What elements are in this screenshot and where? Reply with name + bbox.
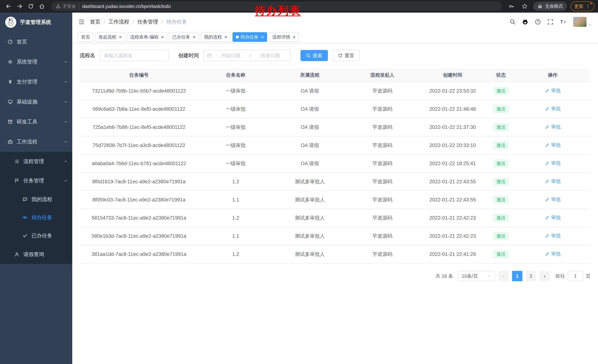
tab-start-process[interactable]: 发起流程 ×	[95, 32, 125, 42]
sidebar-item-leave-query[interactable]: 请假查询	[0, 245, 72, 264]
approve-link[interactable]: 审批	[545, 142, 561, 148]
cell-initiator: 芋道源码	[346, 118, 418, 136]
next-page-button[interactable]: ›	[540, 271, 550, 281]
cell-task-id: 381aa1dd-7ac8-11ec-a9e2-a2380e71991a	[80, 245, 198, 263]
close-icon[interactable]: ×	[261, 35, 264, 40]
page-size-select[interactable]: 10条/页	[458, 271, 495, 281]
tab-label: 首页	[81, 34, 90, 40]
sidebar-item-todo-tasks[interactable]: 待办任务	[0, 209, 72, 226]
sidebar-item-my-process[interactable]: 我的流程	[0, 190, 72, 209]
security-label: 不安全	[63, 3, 76, 9]
close-icon[interactable]: ×	[193, 35, 195, 40]
create-time-label: 创建时间	[178, 52, 199, 59]
sidebar-item-workflow[interactable]: 工作流程	[0, 132, 72, 152]
cell-process: 测试多审批人	[273, 173, 346, 191]
goto-page-input[interactable]	[568, 271, 583, 281]
cell-task-id: 73211d9d-7b9b-11ec-b5b7-acde48001122	[80, 82, 198, 100]
avatar[interactable]	[573, 17, 587, 27]
close-icon[interactable]: ×	[224, 35, 227, 40]
tab-done-tasks[interactable]: 已办任务 ×	[169, 32, 199, 42]
sidebar-item-label: 首页	[17, 38, 68, 45]
help-button[interactable]: ?	[535, 19, 541, 25]
font-size-button[interactable]: TT	[560, 19, 567, 25]
approve-link[interactable]: 审批	[545, 251, 561, 257]
fullscreen-icon	[547, 19, 554, 25]
todo-task-table: 任务编号 任务名称 所属流程 流程发起人 创建时间 状态 操作 73211d9d…	[80, 68, 590, 263]
github-button[interactable]	[522, 19, 528, 25]
cell-process: 测试多审批人	[273, 191, 346, 209]
cell-status: 激活	[487, 245, 515, 263]
sidebar-item-done-tasks[interactable]: 已办任务	[0, 226, 72, 245]
sidebar-item-task-management[interactable]: 任务管理	[0, 171, 72, 190]
sidebar-collapse-button[interactable]	[78, 18, 85, 25]
forward-button[interactable]	[15, 1, 25, 11]
password-key-button[interactable]	[507, 1, 516, 11]
tab-home[interactable]: 首页	[78, 32, 93, 42]
breadcrumb-home[interactable]: 首页	[90, 18, 100, 25]
approve-link[interactable]: 审批	[545, 196, 561, 203]
bookmark-star-button[interactable]	[520, 1, 530, 11]
chevron-down-icon	[64, 60, 68, 64]
edit-icon	[545, 252, 550, 256]
home-button[interactable]	[37, 1, 47, 11]
page-button-1[interactable]: 1	[512, 271, 523, 281]
process-name-input[interactable]	[100, 50, 169, 61]
logo-row: 芋道管理系统	[0, 13, 72, 32]
cell-created: 2022-01-22 18:25:41	[418, 154, 487, 173]
approve-link[interactable]: 审批	[545, 105, 561, 112]
approve-link[interactable]: 审批	[545, 87, 561, 94]
incognito-icon	[537, 4, 543, 9]
tab-todo-tasks[interactable]: 待办任务 ×	[233, 32, 267, 42]
tag-tabs-bar: 首页 发起流程 × 流程表单-编辑 × 已办任务 ×	[72, 31, 598, 43]
close-icon[interactable]: ×	[293, 35, 295, 40]
cell-status: 激活	[487, 82, 515, 100]
date-range-picker[interactable]: 开始日期 - 结束日期	[203, 50, 291, 61]
approve-link[interactable]: 审批	[545, 233, 561, 239]
breadcrumb: 首页 / 工作流程 / 任务管理 / 待办任务	[90, 18, 187, 25]
breadcrumb-separator: /	[133, 19, 134, 25]
edit-icon	[545, 234, 550, 238]
sidebar-item-system[interactable]: 系统管理	[0, 52, 72, 72]
security-indicator[interactable]: 不安全	[56, 3, 76, 9]
reset-button[interactable]: 重置	[332, 50, 360, 61]
cell-status: 激活	[487, 154, 515, 173]
tab-my-process[interactable]: 我的流程 ×	[201, 32, 231, 42]
calendar-icon	[207, 53, 212, 58]
approve-link[interactable]: 审批	[545, 124, 561, 130]
sidebar-item-devtools[interactable]: 研发工具	[0, 112, 72, 132]
approve-link[interactable]: 审批	[545, 214, 561, 221]
tab-process-form-edit[interactable]: 流程表单-编辑 ×	[127, 32, 167, 42]
approve-link[interactable]: 审批	[545, 178, 561, 185]
cell-status: 激活	[487, 227, 515, 245]
sidebar-item-home[interactable]: 首页	[0, 32, 72, 52]
approve-link[interactable]: 审批	[545, 160, 561, 166]
sidebar-item-process-management[interactable]: 流程管理	[0, 152, 72, 171]
annotation-text: 待办列表	[255, 3, 301, 18]
sidebar-item-pay[interactable]: ¥ 支付管理	[0, 72, 72, 92]
reload-button[interactable]	[26, 1, 36, 11]
breadcrumb-workflow[interactable]: 工作流程	[108, 18, 129, 25]
update-button[interactable]: 更新	[571, 1, 594, 11]
status-badge: 激活	[493, 178, 509, 186]
cell-action: 审批	[515, 173, 590, 191]
cell-initiator: 芋道源码	[346, 245, 418, 263]
fullscreen-button[interactable]	[547, 19, 554, 25]
search-button[interactable]: 搜索	[300, 50, 328, 61]
cell-initiator: 芋道源码	[346, 173, 418, 191]
tab-process-detail[interactable]: 流程详情 ×	[269, 32, 299, 42]
header-task-name: 任务名称	[198, 68, 273, 82]
close-icon[interactable]: ×	[161, 35, 164, 40]
breadcrumb-task-management[interactable]: 任务管理	[137, 18, 158, 25]
active-dot	[236, 36, 239, 39]
cell-initiator: 芋道源码	[346, 191, 418, 209]
tab-label: 流程详情	[272, 34, 290, 40]
cell-task-name: 1.1	[198, 191, 273, 209]
prev-page-button[interactable]: ‹	[498, 271, 509, 281]
sidebar-item-infrastructure[interactable]: 基础设施	[0, 92, 72, 112]
header-search-button[interactable]	[509, 19, 516, 25]
user-menu[interactable]	[573, 17, 592, 27]
cell-created: 2022-01-21 22:43:55	[418, 191, 487, 209]
close-icon[interactable]: ×	[119, 35, 122, 40]
page-button-2[interactable]: 2	[526, 271, 536, 281]
back-button[interactable]	[4, 1, 13, 11]
